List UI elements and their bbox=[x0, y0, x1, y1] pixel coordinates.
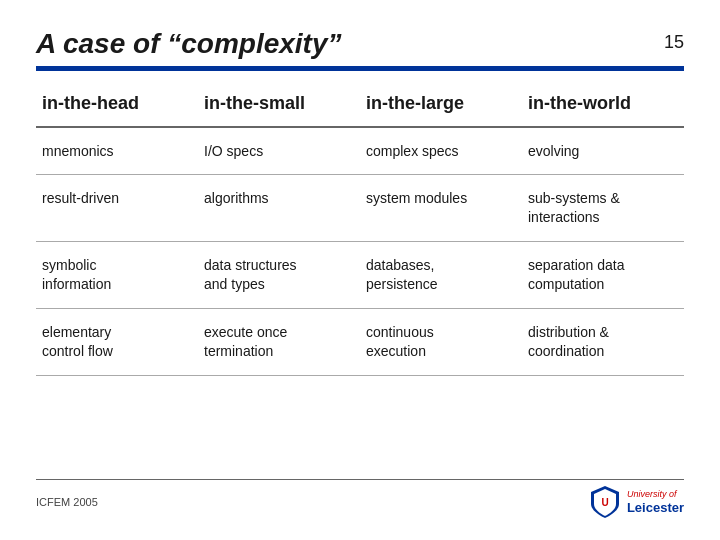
cell-2-0: symbolic information bbox=[36, 252, 198, 298]
shield-icon: U bbox=[589, 484, 621, 520]
university-logo: U University of Leicester bbox=[589, 484, 684, 520]
blue-bar bbox=[36, 66, 684, 71]
cell-3-3: distribution & coordination bbox=[522, 319, 684, 365]
table-row: mnemonics I/O specs complex specs evolvi… bbox=[36, 128, 684, 176]
cell-3-1: execute once termination bbox=[198, 319, 360, 365]
university-of-label: University of bbox=[627, 489, 684, 500]
col-header-0: in-the-head bbox=[36, 89, 198, 118]
header-row: A case of “complexity” 15 bbox=[36, 28, 684, 60]
slide: A case of “complexity” 15 in-the-head in… bbox=[0, 0, 720, 540]
cell-0-1: I/O specs bbox=[198, 138, 360, 165]
cell-3-0: elementary control flow bbox=[36, 319, 198, 365]
table-row: elementary control flow execute once ter… bbox=[36, 309, 684, 376]
slide-number: 15 bbox=[664, 28, 684, 53]
cell-1-2: system modules bbox=[360, 185, 522, 231]
cell-1-1: algorithms bbox=[198, 185, 360, 231]
cell-2-1: data structures and types bbox=[198, 252, 360, 298]
cell-1-0: result-driven bbox=[36, 185, 198, 231]
cell-2-2: databases, persistence bbox=[360, 252, 522, 298]
column-headers: in-the-head in-the-small in-the-large in… bbox=[36, 89, 684, 118]
footer: ICFEM 2005 U University of Leicester bbox=[36, 479, 684, 520]
table-row: symbolic information data structures and… bbox=[36, 242, 684, 309]
col-header-3: in-the-world bbox=[522, 89, 684, 118]
svg-text:U: U bbox=[601, 497, 608, 508]
cell-1-3: sub-systems & interactions bbox=[522, 185, 684, 231]
logo-text: University of Leicester bbox=[627, 489, 684, 515]
cell-3-2: continuous execution bbox=[360, 319, 522, 365]
slide-title: A case of “complexity” bbox=[36, 28, 342, 60]
col-header-2: in-the-large bbox=[360, 89, 522, 118]
col-header-1: in-the-small bbox=[198, 89, 360, 118]
table-row: result-driven algorithms system modules … bbox=[36, 175, 684, 242]
conference-label: ICFEM 2005 bbox=[36, 496, 98, 508]
table-rows: mnemonics I/O specs complex specs evolvi… bbox=[36, 128, 684, 376]
cell-0-3: evolving bbox=[522, 138, 684, 165]
cell-2-3: separation data computation bbox=[522, 252, 684, 298]
leicester-label: Leicester bbox=[627, 500, 684, 516]
cell-0-2: complex specs bbox=[360, 138, 522, 165]
table-area: in-the-head in-the-small in-the-large in… bbox=[36, 89, 684, 469]
cell-0-0: mnemonics bbox=[36, 138, 198, 165]
